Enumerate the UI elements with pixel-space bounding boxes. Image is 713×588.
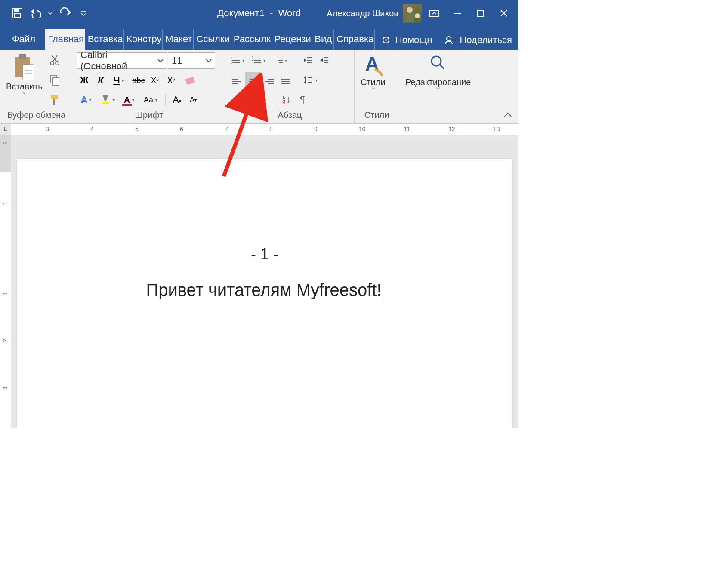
group-editing: Редактирование [399,50,490,123]
svg-point-6 [415,13,420,18]
svg-point-30 [56,62,59,65]
font-color-button[interactable]: A ▾ [120,92,140,108]
svg-point-4 [407,7,413,13]
highlight-button[interactable]: ▾ [98,92,119,108]
close-button[interactable] [493,5,515,22]
save-button[interactable] [9,5,26,22]
decrease-indent-button[interactable] [300,52,315,68]
group-label-font: Шрифт [77,108,222,122]
superscript-button[interactable]: X2 [164,73,179,88]
tab-view[interactable]: Вид [312,29,334,50]
text-effects-button[interactable]: A▾ [77,92,97,108]
clear-formatting-button[interactable] [180,73,201,88]
ribbon: Вставить Буфер обмена Calibri (Ос [0,50,518,124]
chevron-down-icon [436,87,440,90]
undo-dropdown[interactable] [46,5,54,22]
page-number: - 1 - [34,245,495,263]
tab-help[interactable]: Справка [334,29,375,50]
share-button[interactable]: Поделиться [438,34,518,50]
svg-rect-2 [14,14,20,17]
font-size-combo[interactable]: 11 [168,52,215,69]
svg-rect-9 [478,10,484,16]
svg-point-29 [50,62,54,65]
svg-rect-7 [429,11,439,17]
chevron-down-icon [371,87,375,90]
document-name: Документ1 [217,8,265,18]
svg-rect-23 [23,65,34,80]
tab-review[interactable]: Рецензи [272,29,312,50]
group-label-styles: Стили [358,108,395,122]
undo-button[interactable] [28,5,45,22]
shading-button[interactable]: ▾ [229,92,250,108]
borders-button[interactable]: ▾ [250,92,271,108]
page[interactable]: - 1 - Привет читателям Myfreesoft! [17,159,512,428]
svg-line-27 [52,55,56,62]
group-label-clipboard: Буфер обмена [3,108,69,122]
tab-layout[interactable]: Макет [163,29,194,50]
tab-design[interactable]: Констру [124,29,163,50]
group-styles: A Стили Стили [355,50,399,123]
italic-button[interactable]: К [93,73,108,88]
tab-home[interactable]: Главная [45,29,85,50]
ribbon-tabs: Файл Главная Вставка Констру Макет Ссылк… [0,27,518,50]
bullets-button[interactable]: •••▾ [229,52,250,68]
align-center-button[interactable] [245,72,261,88]
tab-references[interactable]: Ссылки [194,29,231,50]
format-painter-button[interactable] [47,92,62,108]
maximize-button[interactable] [470,5,491,22]
svg-rect-32 [53,78,59,86]
tab-selector[interactable]: L [0,124,11,135]
page-canvas[interactable]: - 1 - Привет читателям Myfreesoft! [11,135,518,428]
cut-button[interactable] [47,52,62,68]
justify-button[interactable] [278,72,293,88]
align-left-button[interactable] [229,72,244,88]
chevron-down-icon [22,92,26,94]
styles-button[interactable]: A Стили [358,52,388,90]
svg-text:Я: Я [282,100,285,105]
sort-button[interactable]: АЯ [278,92,294,108]
bold-button[interactable]: Ж [77,73,92,88]
svg-rect-1 [14,9,19,12]
line-spacing-button[interactable]: ▾ [301,72,321,88]
font-name-combo[interactable]: Calibri (Основной [77,52,167,69]
copy-button[interactable] [47,72,62,88]
svg-point-18 [447,37,451,41]
eraser-icon [184,75,196,86]
paste-button[interactable]: Вставить [3,52,45,94]
user-avatar-icon[interactable] [403,4,422,23]
qat-customize[interactable] [75,5,92,22]
collapse-ribbon-button[interactable] [503,111,512,119]
show-marks-button[interactable]: ¶ [295,92,310,108]
group-paragraph: •••▾ 123▾ ▾ ▾ ▾ ▾ АЯ ¶ [225,50,355,123]
tab-mailings[interactable]: Рассылк [231,29,272,50]
minimize-button[interactable] [447,5,468,22]
redo-button[interactable] [56,5,73,22]
svg-line-28 [53,55,57,62]
strikethrough-button[interactable]: abc [131,73,146,88]
shrink-font-button[interactable]: A▾ [185,92,201,108]
change-case-button[interactable]: Aa▾ [141,92,162,108]
group-clipboard: Вставить Буфер обмена [0,50,73,123]
editing-button[interactable]: Редактирование [403,52,473,90]
svg-rect-33 [51,95,58,99]
tell-me[interactable]: Помощн [375,34,438,50]
underline-button[interactable]: Ч▾ [109,73,130,88]
horizontal-ruler[interactable]: L 345678910111213 [0,124,518,135]
grow-font-button[interactable]: A▴ [169,92,185,108]
subscript-button[interactable]: X2 [147,73,163,88]
increase-indent-button[interactable] [316,52,332,68]
numbering-button[interactable]: 123▾ [250,52,271,68]
tab-file[interactable]: Файл [0,29,45,50]
text-cursor [383,282,383,301]
user-name[interactable]: Александр Шихов [327,9,398,18]
app-name: Word [278,8,301,18]
document-text[interactable]: Привет читателям Myfreesoft! [146,280,383,301]
svg-rect-5 [406,13,414,22]
tab-insert[interactable]: Вставка [85,29,124,50]
vertical-ruler[interactable]: 21123 [0,135,11,428]
group-font: Calibri (Основной 11 Ж К Ч▾ abc X2 X2 [73,50,225,123]
ribbon-display-options[interactable] [423,5,445,22]
svg-point-13 [385,39,387,41]
multilevel-list-button[interactable]: ▾ [272,52,293,68]
align-right-button[interactable] [262,72,277,88]
